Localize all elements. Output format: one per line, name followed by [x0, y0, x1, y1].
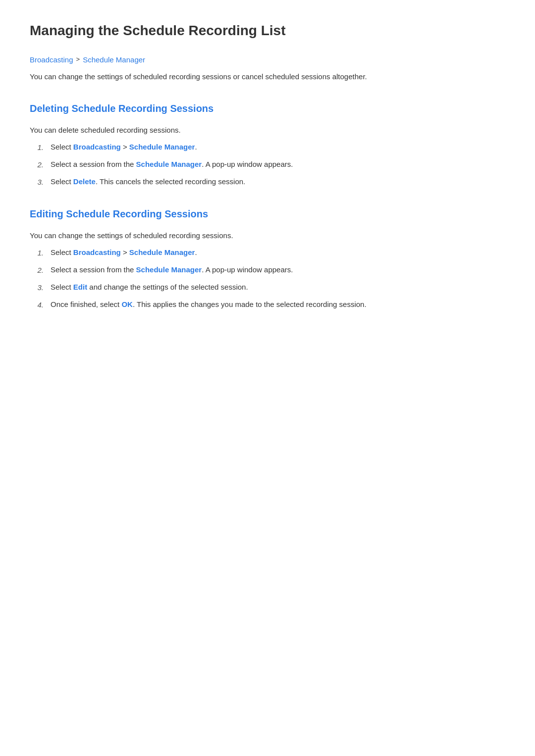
step-text: Select a session from the Schedule Manag… — [51, 264, 505, 276]
delete-section-intro: You can delete scheduled recording sessi… — [30, 124, 505, 136]
edit-section-title: Editing Schedule Recording Sessions — [30, 206, 505, 224]
step-text: Once finished, select OK. This applies t… — [51, 299, 505, 310]
step-number: 3. — [35, 282, 44, 294]
breadcrumb: Broadcasting > Schedule Manager — [30, 54, 505, 66]
edit-steps-list: 1. Select Broadcasting > Schedule Manage… — [30, 247, 505, 311]
link-ok: OK — [121, 300, 133, 308]
edit-step-2: 2. Select a session from the Schedule Ma… — [35, 264, 505, 276]
link-edit: Edit — [73, 283, 87, 291]
step-number: 2. — [35, 159, 44, 171]
delete-step-2: 2. Select a session from the Schedule Ma… — [35, 158, 505, 171]
delete-steps-list: 1. Select Broadcasting > Schedule Manage… — [30, 141, 505, 188]
edit-step-4: 4. Once finished, select OK. This applie… — [35, 299, 505, 311]
step-number: 4. — [35, 299, 44, 311]
delete-section: Deleting Schedule Recording Sessions You… — [30, 101, 505, 188]
edit-section-intro: You can change the settings of scheduled… — [30, 230, 505, 242]
delete-step-1: 1. Select Broadcasting > Schedule Manage… — [35, 141, 505, 153]
link-schedule-manager-3: Schedule Manager — [129, 248, 195, 256]
step-number: 2. — [35, 264, 44, 276]
step-text: Select Broadcasting > Schedule Manager. — [51, 141, 505, 153]
step-text: Select Broadcasting > Schedule Manager. — [51, 247, 505, 258]
step-text: Select Edit and change the settings of t… — [51, 281, 505, 293]
page-title: Managing the Schedule Recording List — [30, 20, 505, 47]
link-schedule-manager-2: Schedule Manager — [136, 160, 202, 168]
delete-step-3: 3. Select Delete. This cancels the selec… — [35, 176, 505, 188]
step-number: 1. — [35, 142, 44, 153]
delete-section-title: Deleting Schedule Recording Sessions — [30, 101, 505, 118]
link-schedule-manager-1: Schedule Manager — [129, 143, 195, 151]
link-schedule-manager-4: Schedule Manager — [136, 265, 202, 274]
edit-step-3: 3. Select Edit and change the settings o… — [35, 281, 505, 294]
edit-section: Editing Schedule Recording Sessions You … — [30, 206, 505, 311]
breadcrumb-schedule-manager[interactable]: Schedule Manager — [83, 54, 145, 66]
link-broadcasting-2: Broadcasting — [73, 248, 121, 256]
edit-step-1: 1. Select Broadcasting > Schedule Manage… — [35, 247, 505, 259]
link-broadcasting-1: Broadcasting — [73, 143, 121, 151]
breadcrumb-separator: > — [76, 54, 80, 65]
step-number: 3. — [35, 176, 44, 188]
step-text: Select Delete. This cancels the selected… — [51, 176, 505, 188]
link-delete: Delete — [73, 177, 96, 186]
step-text: Select a session from the Schedule Manag… — [51, 158, 505, 170]
breadcrumb-broadcasting[interactable]: Broadcasting — [30, 54, 73, 66]
page-intro: You can change the settings of scheduled… — [30, 71, 505, 83]
step-number: 1. — [35, 247, 44, 259]
